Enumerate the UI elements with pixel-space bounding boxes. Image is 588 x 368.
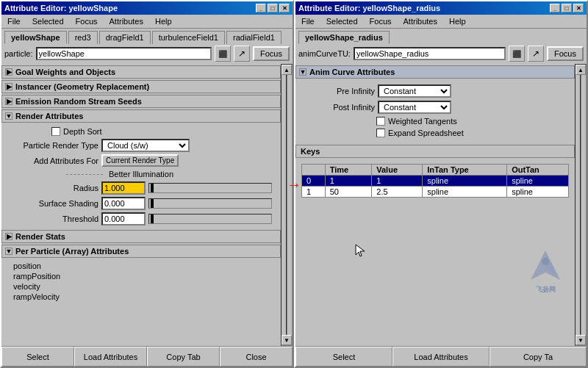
animcurve-input[interactable] [354,47,506,60]
select-btn-left[interactable]: Select [1,347,74,367]
close-btn[interactable]: ✕ [279,4,290,12]
keys-section-header: Keys [295,145,575,158]
left-menubar: File Selected Focus Attributes Help [1,15,293,29]
close-btn-right[interactable]: ✕ [573,4,584,12]
row0-time: 1 [325,176,372,187]
cursor-icon [354,243,366,258]
weighted-tangents-checkbox[interactable] [376,117,385,126]
weighted-tangents-label: Weighted Tangents [388,117,457,126]
particle-icon-btn1[interactable]: ⬛ [215,46,231,62]
tab-dragfield1[interactable]: dragField1 [99,31,151,44]
focus-btn-left[interactable]: Focus [253,46,290,61]
toggle-render-stats[interactable]: ▶ [5,233,12,240]
toggle-render-attrs[interactable]: ▼ [5,112,12,120]
post-infinity-select[interactable]: Constant Linear Cycle [378,101,451,114]
scroll-down-right[interactable]: ▼ [576,335,586,345]
particle-input[interactable] [36,47,212,60]
menu-focus-left[interactable]: Focus [73,16,101,26]
table-row[interactable]: 0 1 1 spline spline [302,176,569,187]
menu-file-right[interactable]: File [298,16,318,26]
threshold-input[interactable] [101,212,146,226]
keys-table-container: Time Value InTan Type OutTan 0 1 1 [295,159,575,199]
tab-radialfield1[interactable]: radialField1 [226,31,282,44]
pre-infinity-label: Pre Infinity [301,87,375,95]
menu-file-left[interactable]: File [4,16,24,26]
col-intan: InTan Type [423,165,507,176]
scroll-down-left[interactable]: ▼ [282,335,292,345]
expand-spreadsheet-label: Expand Spreadsheet [388,129,464,137]
minimize-btn-right[interactable]: _ [550,4,560,12]
load-attrs-btn-left[interactable]: Load Attributes [74,347,147,367]
table-row[interactable]: 1 50 2.5 spline spline [302,187,569,198]
section-render-stats[interactable]: ▶ Render Stats [1,230,281,243]
section-instancer[interactable]: ▶ Instancer (Geometry Replacement) [1,80,281,93]
section-emission-random[interactable]: ▶ Emission Random Stream Seeds [1,95,281,108]
menu-help-right[interactable]: Help [446,16,469,26]
left-titlebar: Attribute Editor: yellowShape _ □ ✕ [1,1,293,15]
radius-input[interactable] [101,181,146,195]
minimize-btn[interactable]: _ [256,4,266,12]
right-title: Attribute Editor: yellowShape_radius [298,4,440,12]
section-goal-weights[interactable]: ▶ Goal Weights and Objects [1,65,281,79]
tab-yellowshape-radius[interactable]: yellowShape_radius [298,31,390,44]
toggle-anim-curve[interactable]: ▼ [299,68,306,76]
scroll-up-left[interactable]: ▲ [282,65,292,75]
toggle-emission[interactable]: ▶ [5,98,12,105]
animcurve-icon-btn1[interactable]: ⬛ [509,46,525,62]
better-illumination-row: Better Illumination [7,168,275,180]
tab-yellowshape[interactable]: yellowShape [4,31,67,44]
left-scroll-container[interactable]: ▶ Goal Weights and Objects ▶ Instancer (… [1,64,281,346]
threshold-label: Threshold [10,214,98,223]
particle-icon-btn2[interactable]: ↗ [234,46,250,62]
menu-attributes-right[interactable]: Attributes [401,16,440,26]
section-render-attrs[interactable]: ▼ Render Attributes [1,109,281,123]
maximize-btn[interactable]: □ [268,4,278,12]
threshold-slider[interactable] [148,214,272,224]
right-scroll-container[interactable]: ▼ Anim Curve Attributes Pre Infinity Con… [295,64,575,346]
expand-spreadsheet-checkbox[interactable] [376,129,385,137]
select-btn-right[interactable]: Select [295,347,392,367]
animcurve-label: animCurveTU: [298,49,351,58]
menu-focus-right[interactable]: Focus [367,16,395,26]
toggle-goal-weights[interactable]: ▶ [5,68,12,76]
surface-shading-input[interactable] [101,197,146,210]
copy-tab-btn-left[interactable]: Copy Tab [147,347,220,367]
tab-turbulencefield1[interactable]: turbulenceField1 [152,31,225,44]
better-illumination-label: Better Illumination [109,170,173,178]
right-main-panel: animCurveTU: ⬛ ↗ Focus ▼ Anim Curve Attr… [295,43,587,367]
current-render-type-btn[interactable]: Current Render Type [101,154,179,167]
animcurve-field-row: animCurveTU: ⬛ ↗ Focus [295,43,587,64]
left-title-buttons: _ □ ✕ [256,4,290,12]
depth-sort-checkbox[interactable] [51,127,60,136]
anim-curve-content: Pre Infinity Constant Linear Cycle Post … [295,80,575,142]
left-scrollbar[interactable]: ▲ ▼ [281,64,293,346]
right-scrollbar[interactable]: ▲ ▼ [575,64,587,346]
section-anim-curve[interactable]: ▼ Anim Curve Attributes [295,65,575,79]
menu-help-left[interactable]: Help [152,16,175,26]
radius-label: Radius [10,184,98,192]
toggle-per-particle[interactable]: ▼ [5,248,12,255]
focus-btn-right[interactable]: Focus [547,46,584,61]
right-content-area: ▼ Anim Curve Attributes Pre Infinity Con… [295,64,587,346]
pre-infinity-select[interactable]: Constant Linear Cycle [378,84,451,98]
menu-selected-right[interactable]: Selected [323,16,361,26]
load-attrs-btn-right[interactable]: Load Attributes [392,347,490,367]
post-infinity-label: Post Infinity [301,103,375,112]
menu-attributes-left[interactable]: Attributes [107,16,146,26]
row1-time: 50 [325,187,372,198]
section-per-particle[interactable]: ▼ Per Particle (Array) Attributes [1,245,281,258]
maximize-btn-right[interactable]: □ [562,4,572,12]
scroll-up-right[interactable]: ▲ [576,65,586,75]
row0-index: 0 [302,176,326,187]
surface-shading-slider[interactable] [148,198,272,209]
particle-render-type-select[interactable]: Cloud (s/w) [101,139,190,152]
animcurve-icon-btn2[interactable]: ↗ [528,46,544,62]
tab-red3[interactable]: red3 [68,31,98,44]
toggle-instancer[interactable]: ▶ [5,83,12,90]
close-btn-left[interactable]: Close [220,347,293,367]
left-title: Attribute Editor: yellowShape [4,4,118,12]
instancer-label: Instancer (Geometry Replacement) [15,82,149,91]
radius-slider[interactable] [148,183,272,193]
menu-selected-left[interactable]: Selected [29,16,67,26]
copy-tab-btn-right[interactable]: Copy Ta [490,347,587,367]
